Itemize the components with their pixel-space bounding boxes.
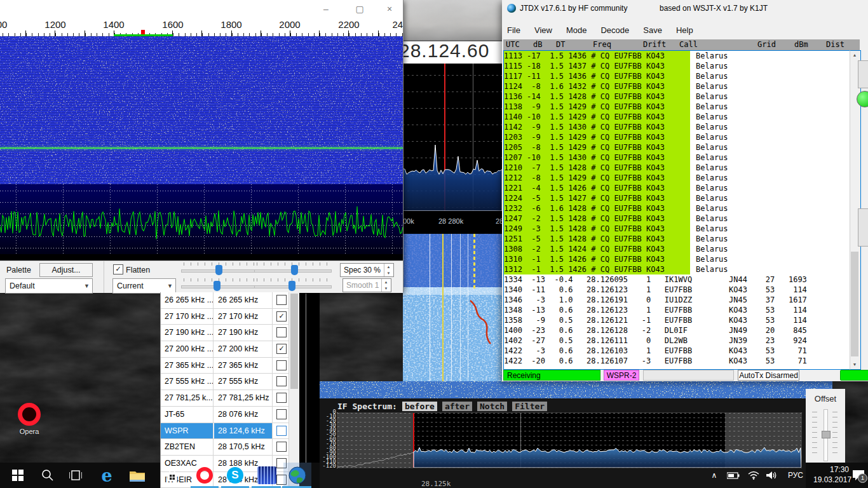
frequency-checkbox[interactable]: [276, 360, 287, 370]
frequency-list-item[interactable]: 27 781,25 k...27 781,25 kHz: [161, 390, 299, 407]
edge-button[interactable]: e: [94, 463, 119, 488]
scroll-down-icon[interactable]: ▼: [850, 360, 859, 369]
wide-graph-frequency-scale[interactable]: 00120014001600180020002200240: [0, 18, 403, 36]
decode-row-wspr[interactable]: 1400 -23 0.6 28.126128 -2 DL0IF JN49 20 …: [504, 325, 850, 336]
language-indicator[interactable]: РУС: [783, 463, 808, 488]
decode-row-cq[interactable]: 1142 -9 1.5 1430 # CQ EU7FBB KO43Belarus: [504, 122, 850, 132]
menu-mode[interactable]: Mode: [566, 25, 587, 35]
frequency-list-item[interactable]: WSPR28 124,6 kHz: [161, 423, 299, 440]
smooth-spinner[interactable]: Smooth 1▲▼: [342, 278, 391, 292]
decode-row-wspr[interactable]: 1402 -27 0.5 28.126111 0 DL2WB JN39 23 9…: [504, 336, 850, 346]
file-explorer-button[interactable]: [125, 463, 150, 488]
decode-row-wspr[interactable]: 1340 -11 0.6 28.126123 1 EU7FBB KO43 53 …: [504, 285, 850, 295]
decode-row-cq[interactable]: 1232 -6 1.6 1428 # CQ EU7FBB KO43Belarus: [504, 203, 850, 214]
opera-taskbar-button[interactable]: [192, 463, 217, 488]
autotx-button[interactable]: AutoTx Disarmed: [738, 370, 799, 381]
decode-row-cq[interactable]: 1207 -10 1.5 1430 # CQ EU7FBB KO43Belaru…: [504, 152, 850, 163]
spec-percent-spinner[interactable]: Spec 30 %▲▼: [340, 263, 394, 277]
frequency-list-item[interactable]: 26 265 kHz ...26 265 kHz: [161, 292, 299, 309]
decode-row-cq[interactable]: 1251 -5 1.5 1428 # CQ EU7FBB KO43Belarus: [504, 234, 850, 244]
wide-graph-waterfall[interactable]: [0, 36, 403, 184]
spectrum-source-select[interactable]: Current▼: [112, 278, 176, 294]
decode-row-cq[interactable]: 1249 -3 1.5 1428 # CQ EU7FBB KO43Belarus: [504, 224, 850, 234]
frequency-list-item[interactable]: 27 190 kHz ...27 190 kHz: [161, 325, 299, 341]
volume-icon[interactable]: [763, 463, 780, 488]
sdr-waterfall[interactable]: [403, 234, 502, 399]
decode-row-cq[interactable]: 1136 -14 1.5 1428 # CQ EU7FBB KO43Belaru…: [504, 92, 850, 102]
decode-row-wspr[interactable]: 1422 -20 0.6 28.126107 -3 EU7FBB KO43 53…: [504, 356, 850, 366]
decode-row-wspr[interactable]: 1422 -3 0.6 28.126103 1 EU7FBB KO43 53 7…: [504, 346, 850, 356]
decode-row-wspr[interactable]: 1358 -9 0.5 28.126121 -1 EU7FBB KO43 53 …: [504, 315, 850, 325]
decode-row-cq[interactable]: 1113 -17 1.5 1436 # CQ EU7FBB KO43Belaru…: [504, 51, 850, 61]
frequency-list-item[interactable]: 27 200 kHz ...27 200 kHz✓: [161, 341, 299, 358]
palette-select[interactable]: Default▼: [5, 278, 93, 294]
frequency-list-item[interactable]: 27 555 kHz ...27 555 kHz: [161, 374, 299, 390]
decode-row-cq[interactable]: 1312 -1 1.5 1426 # CQ EU7FBB KO43Belarus: [504, 264, 850, 274]
search-button[interactable]: [37, 463, 58, 488]
decode-row-cq[interactable]: 1117 -11 1.5 1436 # CQ EU7FBB KO43Belaru…: [504, 71, 850, 81]
close-icon[interactable]: ×: [380, 3, 399, 15]
frequency-checkbox[interactable]: [276, 409, 287, 419]
menu-help[interactable]: Help: [676, 25, 693, 35]
media-app-taskbar-button[interactable]: [253, 463, 281, 488]
zero-slider[interactable]: [179, 278, 261, 292]
frequency-checkbox[interactable]: [276, 393, 287, 403]
frequency-list-item[interactable]: ZB2TEN28 170,5 kHz: [161, 439, 299, 456]
flatten-checkbox[interactable]: ✓: [113, 264, 123, 274]
frequency-list-item[interactable]: 27 365 kHz ...27 365 kHz: [161, 358, 299, 374]
start-button[interactable]: [8, 463, 28, 488]
decode-row-wspr[interactable]: 1348 -13 0.6 28.126123 1 EU7FBB KO43 53 …: [504, 305, 850, 315]
decode-table[interactable]: 1113 -17 1.5 1436 # CQ EU7FBB KO43Belaru…: [503, 50, 850, 370]
wide-graph-spectrum[interactable]: [0, 184, 403, 254]
frequency-list-scrollbar[interactable]: [288, 292, 299, 488]
frequency-checkbox[interactable]: ✓: [276, 344, 287, 354]
tray-chevron-icon[interactable]: ∧: [707, 463, 722, 488]
wide-graph-titlebar[interactable]: – ▢ ×: [0, 0, 403, 18]
taskbar-clock[interactable]: 17:30 19.03.2017: [813, 464, 849, 485]
decode-row-cq[interactable]: 1210 -7 1.5 1428 # CQ EU7FBB KO43Belarus: [504, 163, 850, 173]
notification-button[interactable]: 1: [850, 463, 867, 488]
decode-row-wspr[interactable]: 1334 -13 -0.4 28.126095 1 IK1WVQ JN44 27…: [504, 274, 850, 285]
frequency-list-item[interactable]: 27 170 kHz ...27 170 kHz✓: [161, 309, 299, 325]
store-button[interactable]: [160, 463, 184, 488]
skype-taskbar-button[interactable]: S: [222, 463, 248, 488]
scroll-up-icon[interactable]: ▲: [850, 51, 859, 60]
scrollbar-thumb[interactable]: [851, 252, 858, 356]
zero2-slider[interactable]: [252, 278, 334, 292]
if-button-filter[interactable]: Filter: [512, 402, 547, 411]
if-button-before[interactable]: before: [402, 402, 437, 411]
minimize-icon[interactable]: –: [316, 3, 336, 15]
desktop-shortcut-opera[interactable]: Opera: [10, 403, 48, 440]
sdr-spectrum-display[interactable]: [403, 64, 502, 211]
frequency-checkbox[interactable]: [276, 442, 287, 452]
decode-row-cq[interactable]: 1115 -18 1.5 1437 # CQ EU7FBB KO43Belaru…: [504, 61, 850, 71]
menu-file[interactable]: File: [507, 25, 520, 35]
menu-view[interactable]: View: [534, 25, 552, 35]
sdr-frequency-readout[interactable]: 28.124.60: [403, 41, 502, 64]
decode-row-cq[interactable]: 1205 -8 1.5 1429 # CQ EU7FBB KO43Belarus: [504, 142, 850, 152]
adjust-button[interactable]: Adjust...: [39, 263, 93, 277]
decode-row-cq[interactable]: 1247 -2 1.5 1428 # CQ EU7FBB KO43Belarus: [504, 214, 850, 224]
battery-icon[interactable]: [724, 463, 742, 488]
if-button-notch[interactable]: Notch: [477, 402, 507, 411]
decode-row-cq[interactable]: 1212 -8 1.5 1429 # CQ EU7FBB KO43Belarus: [504, 173, 850, 183]
decode-row-cq[interactable]: 1224 -5 1.5 1427 # CQ EU7FBB KO43Belarus: [504, 193, 850, 203]
maximize-icon[interactable]: ▢: [350, 3, 369, 15]
decode-row-cq[interactable]: 1221 -4 1.5 1426 # CQ EU7FBB KO43Belarus: [504, 183, 850, 193]
decode-row-cq[interactable]: 1308 -2 1.5 1424 # CQ EU7FBB KO43Belarus: [504, 244, 850, 254]
menu-decode[interactable]: Decode: [600, 25, 629, 35]
decode-row-cq[interactable]: 1124 -8 1.6 1432 # CQ EU7FBB KO43Belarus: [504, 81, 850, 92]
wifi-icon[interactable]: [745, 463, 763, 488]
jtdx-titlebar[interactable]: JTDX v17.6.1 by HF community based on WS…: [502, 0, 868, 17]
decode-row-wspr[interactable]: 1346 -3 1.0 28.126191 0 IU1DZZ JN45 37 1…: [504, 295, 850, 305]
offset-slider-handle[interactable]: [822, 431, 831, 438]
decode-row-cq[interactable]: 1203 -9 1.5 1429 # CQ EU7FBB KO43Belarus: [504, 132, 850, 142]
decode-row-cq[interactable]: 1140 -10 1.5 1429 # CQ EU7FBB KO43Belaru…: [504, 112, 850, 122]
jtdx-taskbar-button[interactable]: [283, 463, 311, 488]
frequency-list-item[interactable]: JT-6528 076 kHz: [161, 407, 299, 423]
decode-row-cq[interactable]: 1310 -1 1.5 1426 # CQ EU7FBB KO43Belarus: [504, 254, 850, 264]
if-button-after[interactable]: after: [442, 402, 472, 411]
frequency-checkbox[interactable]: [276, 426, 287, 436]
gain-slider[interactable]: [179, 262, 261, 276]
menu-save[interactable]: Save: [643, 25, 662, 35]
